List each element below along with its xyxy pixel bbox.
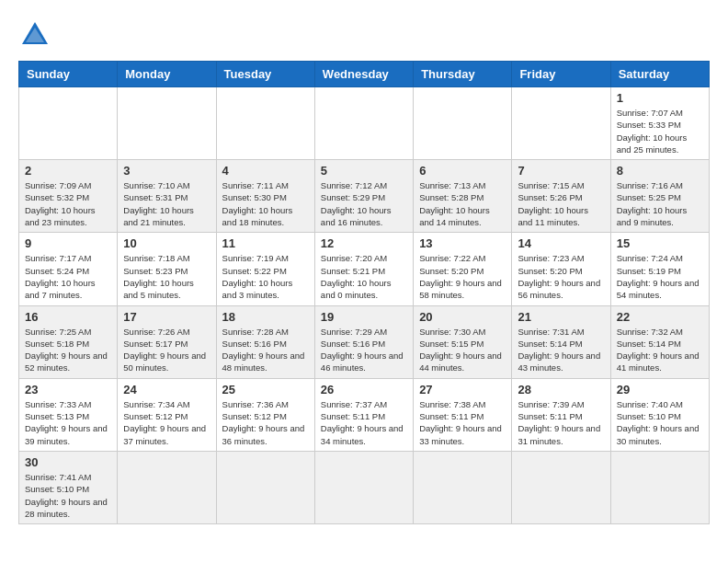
logo-icon bbox=[18, 18, 51, 52]
day-info: Sunrise: 7:24 AM Sunset: 5:19 PM Dayligh… bbox=[617, 252, 703, 301]
calendar-cell: 21Sunrise: 7:31 AM Sunset: 5:14 PM Dayli… bbox=[512, 305, 610, 378]
day-number: 29 bbox=[617, 383, 703, 396]
calendar-week-0: 1Sunrise: 7:07 AM Sunset: 5:33 PM Daylig… bbox=[19, 87, 710, 160]
calendar-cell: 6Sunrise: 7:13 AM Sunset: 5:28 PM Daylig… bbox=[414, 160, 512, 233]
calendar-cell bbox=[118, 87, 216, 160]
header-day-friday: Friday bbox=[512, 62, 610, 87]
day-number: 1 bbox=[617, 91, 703, 105]
calendar-cell bbox=[314, 451, 413, 523]
calendar-cell bbox=[610, 451, 709, 523]
calendar-cell bbox=[19, 87, 118, 160]
day-number: 12 bbox=[321, 236, 407, 250]
calendar-cell: 1Sunrise: 7:07 AM Sunset: 5:33 PM Daylig… bbox=[610, 87, 709, 160]
day-info: Sunrise: 7:09 AM Sunset: 5:32 PM Dayligh… bbox=[25, 179, 111, 228]
calendar-cell: 25Sunrise: 7:36 AM Sunset: 5:12 PM Dayli… bbox=[216, 378, 314, 451]
calendar-cell bbox=[414, 87, 512, 160]
calendar-cell: 16Sunrise: 7:25 AM Sunset: 5:18 PM Dayli… bbox=[19, 305, 118, 378]
calendar-cell: 7Sunrise: 7:15 AM Sunset: 5:26 PM Daylig… bbox=[512, 160, 610, 233]
day-info: Sunrise: 7:37 AM Sunset: 5:11 PM Dayligh… bbox=[321, 398, 407, 447]
calendar-cell: 22Sunrise: 7:32 AM Sunset: 5:14 PM Dayli… bbox=[610, 305, 709, 378]
day-number: 19 bbox=[321, 310, 407, 324]
day-info: Sunrise: 7:10 AM Sunset: 5:31 PM Dayligh… bbox=[123, 179, 210, 228]
calendar-cell: 9Sunrise: 7:17 AM Sunset: 5:24 PM Daylig… bbox=[19, 233, 118, 305]
day-info: Sunrise: 7:19 AM Sunset: 5:22 PM Dayligh… bbox=[222, 252, 309, 301]
calendar-cell: 13Sunrise: 7:22 AM Sunset: 5:20 PM Dayli… bbox=[414, 233, 512, 305]
day-info: Sunrise: 7:40 AM Sunset: 5:10 PM Dayligh… bbox=[617, 398, 703, 447]
calendar-cell: 3Sunrise: 7:10 AM Sunset: 5:31 PM Daylig… bbox=[118, 160, 216, 233]
calendar-cell: 12Sunrise: 7:20 AM Sunset: 5:21 PM Dayli… bbox=[314, 233, 413, 305]
day-number: 25 bbox=[222, 383, 309, 396]
calendar-cell: 11Sunrise: 7:19 AM Sunset: 5:22 PM Dayli… bbox=[216, 233, 314, 305]
day-number: 18 bbox=[222, 310, 309, 324]
calendar-table: SundayMondayTuesdayWednesdayThursdayFrid… bbox=[18, 61, 710, 524]
calendar-cell: 5Sunrise: 7:12 AM Sunset: 5:29 PM Daylig… bbox=[314, 160, 413, 233]
day-info: Sunrise: 7:31 AM Sunset: 5:14 PM Dayligh… bbox=[518, 326, 604, 374]
day-number: 26 bbox=[321, 383, 407, 396]
calendar-cell: 20Sunrise: 7:30 AM Sunset: 5:15 PM Dayli… bbox=[414, 305, 512, 378]
header-day-tuesday: Tuesday bbox=[216, 62, 314, 87]
calendar-cell: 15Sunrise: 7:24 AM Sunset: 5:19 PM Dayli… bbox=[610, 233, 709, 305]
day-info: Sunrise: 7:26 AM Sunset: 5:17 PM Dayligh… bbox=[123, 326, 210, 374]
day-info: Sunrise: 7:41 AM Sunset: 5:10 PM Dayligh… bbox=[25, 471, 111, 520]
header-day-wednesday: Wednesday bbox=[314, 62, 413, 87]
header-day-thursday: Thursday bbox=[414, 62, 512, 87]
day-info: Sunrise: 7:34 AM Sunset: 5:12 PM Dayligh… bbox=[123, 398, 210, 447]
calendar-cell: 30Sunrise: 7:41 AM Sunset: 5:10 PM Dayli… bbox=[19, 451, 118, 523]
calendar-body: 1Sunrise: 7:07 AM Sunset: 5:33 PM Daylig… bbox=[19, 87, 710, 524]
day-info: Sunrise: 7:11 AM Sunset: 5:30 PM Dayligh… bbox=[222, 179, 309, 228]
calendar-cell: 24Sunrise: 7:34 AM Sunset: 5:12 PM Dayli… bbox=[118, 378, 216, 451]
header-day-monday: Monday bbox=[118, 62, 216, 87]
calendar-cell: 2Sunrise: 7:09 AM Sunset: 5:32 PM Daylig… bbox=[19, 160, 118, 233]
calendar-cell bbox=[414, 451, 512, 523]
calendar-cell: 4Sunrise: 7:11 AM Sunset: 5:30 PM Daylig… bbox=[216, 160, 314, 233]
calendar-week-4: 23Sunrise: 7:33 AM Sunset: 5:13 PM Dayli… bbox=[19, 378, 710, 451]
calendar-cell bbox=[216, 87, 314, 160]
day-info: Sunrise: 7:39 AM Sunset: 5:11 PM Dayligh… bbox=[518, 398, 604, 447]
page-header bbox=[18, 18, 710, 52]
day-info: Sunrise: 7:30 AM Sunset: 5:15 PM Dayligh… bbox=[419, 326, 506, 374]
calendar-week-3: 16Sunrise: 7:25 AM Sunset: 5:18 PM Dayli… bbox=[19, 305, 710, 378]
calendar-week-2: 9Sunrise: 7:17 AM Sunset: 5:24 PM Daylig… bbox=[19, 233, 710, 305]
calendar-cell bbox=[512, 87, 610, 160]
day-number: 10 bbox=[123, 236, 210, 250]
day-number: 4 bbox=[222, 164, 309, 178]
day-info: Sunrise: 7:13 AM Sunset: 5:28 PM Dayligh… bbox=[419, 179, 506, 228]
day-number: 27 bbox=[419, 383, 506, 396]
calendar-cell: 17Sunrise: 7:26 AM Sunset: 5:17 PM Dayli… bbox=[118, 305, 216, 378]
day-number: 23 bbox=[25, 383, 111, 396]
calendar-week-5: 30Sunrise: 7:41 AM Sunset: 5:10 PM Dayli… bbox=[19, 451, 710, 523]
calendar-cell: 19Sunrise: 7:29 AM Sunset: 5:16 PM Dayli… bbox=[314, 305, 413, 378]
day-number: 15 bbox=[617, 236, 703, 250]
calendar-cell bbox=[314, 87, 413, 160]
calendar-cell: 28Sunrise: 7:39 AM Sunset: 5:11 PM Dayli… bbox=[512, 378, 610, 451]
day-info: Sunrise: 7:38 AM Sunset: 5:11 PM Dayligh… bbox=[419, 398, 506, 447]
calendar-week-1: 2Sunrise: 7:09 AM Sunset: 5:32 PM Daylig… bbox=[19, 160, 710, 233]
day-info: Sunrise: 7:17 AM Sunset: 5:24 PM Dayligh… bbox=[25, 252, 111, 301]
calendar-cell: 10Sunrise: 7:18 AM Sunset: 5:23 PM Dayli… bbox=[118, 233, 216, 305]
day-info: Sunrise: 7:15 AM Sunset: 5:26 PM Dayligh… bbox=[518, 179, 604, 228]
day-number: 3 bbox=[123, 164, 210, 178]
day-number: 21 bbox=[518, 310, 604, 324]
logo bbox=[18, 18, 57, 52]
day-number: 20 bbox=[419, 310, 506, 324]
calendar-cell bbox=[118, 451, 216, 523]
day-number: 5 bbox=[321, 164, 407, 178]
day-number: 22 bbox=[617, 310, 703, 324]
day-info: Sunrise: 7:18 AM Sunset: 5:23 PM Dayligh… bbox=[123, 252, 210, 301]
header-day-sunday: Sunday bbox=[19, 62, 118, 87]
day-info: Sunrise: 7:36 AM Sunset: 5:12 PM Dayligh… bbox=[222, 398, 309, 447]
day-number: 8 bbox=[617, 164, 703, 178]
day-number: 24 bbox=[123, 383, 210, 396]
day-info: Sunrise: 7:22 AM Sunset: 5:20 PM Dayligh… bbox=[419, 252, 506, 301]
calendar-cell: 29Sunrise: 7:40 AM Sunset: 5:10 PM Dayli… bbox=[610, 378, 709, 451]
calendar-cell: 26Sunrise: 7:37 AM Sunset: 5:11 PM Dayli… bbox=[314, 378, 413, 451]
header-day-saturday: Saturday bbox=[610, 62, 709, 87]
day-info: Sunrise: 7:33 AM Sunset: 5:13 PM Dayligh… bbox=[25, 398, 111, 447]
day-number: 6 bbox=[419, 164, 506, 178]
calendar-header: SundayMondayTuesdayWednesdayThursdayFrid… bbox=[19, 62, 710, 87]
day-info: Sunrise: 7:28 AM Sunset: 5:16 PM Dayligh… bbox=[222, 326, 309, 374]
day-info: Sunrise: 7:12 AM Sunset: 5:29 PM Dayligh… bbox=[321, 179, 407, 228]
calendar-cell: 27Sunrise: 7:38 AM Sunset: 5:11 PM Dayli… bbox=[414, 378, 512, 451]
day-info: Sunrise: 7:25 AM Sunset: 5:18 PM Dayligh… bbox=[25, 326, 111, 374]
day-number: 7 bbox=[518, 164, 604, 178]
